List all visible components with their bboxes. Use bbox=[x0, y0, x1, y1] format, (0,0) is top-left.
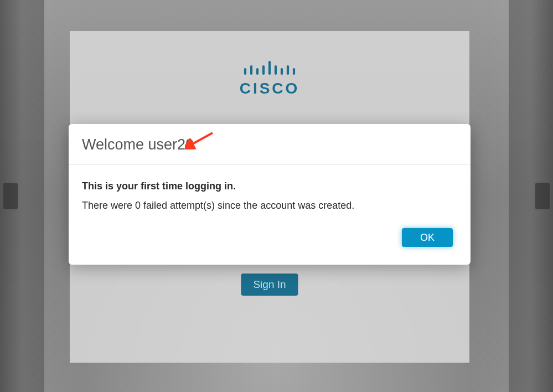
sign-in-button[interactable]: Sign In bbox=[241, 274, 298, 296]
cisco-logo: CISCO bbox=[240, 61, 300, 97]
background-rack-left bbox=[0, 0, 44, 392]
rack-slot-left bbox=[3, 183, 18, 209]
first-login-message: This is your first time logging in. bbox=[82, 180, 457, 192]
cisco-logo-text: CISCO bbox=[240, 80, 300, 97]
modal-body: This is your first time logging in. Ther… bbox=[69, 165, 471, 223]
cisco-bridge-icon bbox=[242, 61, 297, 79]
rack-slot-right bbox=[535, 183, 550, 209]
background-rack-right bbox=[509, 0, 553, 392]
modal-header: Welcome user20 bbox=[69, 124, 471, 165]
modal-footer: OK bbox=[69, 223, 471, 265]
welcome-modal: Welcome user20 This is your first time l… bbox=[69, 124, 471, 265]
failed-attempts-message: There were 0 failed attempt(s) since the… bbox=[82, 200, 457, 212]
ok-button[interactable]: OK bbox=[402, 228, 453, 247]
modal-title: Welcome user20 bbox=[82, 136, 457, 153]
